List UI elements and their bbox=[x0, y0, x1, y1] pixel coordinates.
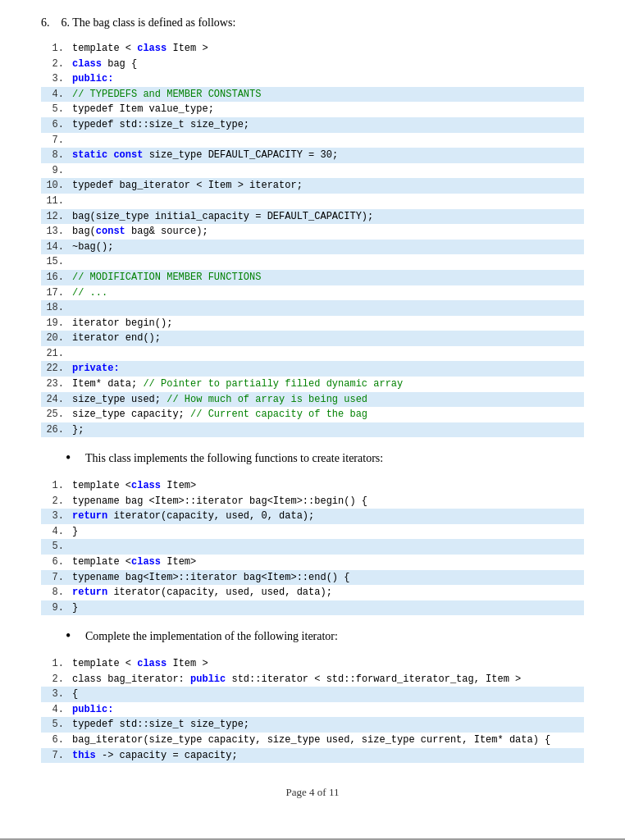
line-number: 7. bbox=[41, 570, 64, 586]
line-content: typedef std::size_t size_type; bbox=[72, 717, 584, 733]
line-number: 12. bbox=[41, 209, 64, 225]
line-content: typedef bag_iterator < Item > iterator; bbox=[72, 178, 584, 194]
line-number: 8. bbox=[41, 585, 64, 600]
code-line: 3. return iterator(capacity, used, 0, da… bbox=[41, 509, 584, 524]
code-line: 1.template < class Item > bbox=[41, 656, 584, 672]
page-container: 6. 6. The bag class is defined as follow… bbox=[0, 0, 625, 840]
code-token: size_type DEFAULT_CAPACITY = 30; bbox=[143, 149, 338, 161]
line-number: 1. bbox=[41, 41, 64, 57]
code-line: 2.class bag { bbox=[41, 57, 584, 72]
code-token: template < bbox=[72, 658, 137, 669]
code-line: 8. static const size_type DEFAULT_CAPACI… bbox=[41, 148, 584, 163]
line-content: class bag { bbox=[72, 57, 584, 72]
code-line: 7.typename bag<Item>::iterator bag<Item>… bbox=[41, 570, 584, 586]
code-line: 6.template <class Item> bbox=[41, 555, 584, 570]
code-token: class bbox=[131, 480, 161, 491]
line-content bbox=[72, 133, 584, 148]
line-number: 3. bbox=[41, 71, 64, 87]
line-number: 11. bbox=[41, 194, 64, 209]
line-content: static const size_type DEFAULT_CAPACITY … bbox=[72, 148, 584, 163]
code-token: // TYPEDEFS and MEMBER CONSTANTS bbox=[72, 89, 261, 100]
line-content: } bbox=[72, 524, 584, 540]
line-number: 16. bbox=[41, 270, 64, 285]
code-token: } bbox=[72, 526, 78, 537]
line-number: 17. bbox=[41, 285, 64, 301]
code-token: Item> bbox=[161, 556, 196, 568]
code-line: 17. // ... bbox=[41, 285, 584, 301]
line-content: size_type used; // How much of array is … bbox=[72, 392, 584, 408]
line-number: 24. bbox=[41, 392, 64, 408]
code-token: class bbox=[131, 556, 161, 568]
code-token: private: bbox=[72, 363, 120, 374]
code-token: bag_iterator(size_type capacity, size_ty… bbox=[72, 734, 550, 746]
code-token: class bag_iterator: bbox=[72, 673, 190, 685]
code-token: public bbox=[190, 673, 226, 685]
code-token: // Pointer to partially filled dynamic a… bbox=[143, 378, 403, 390]
line-content bbox=[72, 194, 584, 209]
bullet1-text: This class implements the following func… bbox=[85, 450, 383, 467]
line-content: typename bag <Item>::iterator bag<Item>:… bbox=[72, 494, 584, 509]
code-line: 9. bbox=[41, 163, 584, 179]
line-number: 6. bbox=[41, 117, 64, 133]
code-line: 4. // TYPEDEFS and MEMBER CONSTANTS bbox=[41, 87, 584, 103]
code-token: size_type capacity; bbox=[72, 409, 190, 420]
line-content: Item* data; // Pointer to partially fill… bbox=[72, 377, 584, 392]
line-content: }; bbox=[72, 422, 584, 438]
code-token: const bbox=[96, 226, 125, 237]
line-number: 5. bbox=[41, 102, 64, 117]
line-content: iterator begin(); bbox=[72, 316, 584, 331]
line-content: template <class Item> bbox=[72, 478, 584, 494]
code-token: class bbox=[137, 658, 167, 669]
line-content: typedef std::size_t size_type; bbox=[72, 117, 584, 133]
line-content bbox=[72, 163, 584, 179]
code-line: 19. iterator begin(); bbox=[41, 316, 584, 331]
code-token: return bbox=[72, 510, 107, 522]
line-number: 1. bbox=[41, 656, 64, 672]
code-token: // MODIFICATION MEMBER FUNCTIONS bbox=[72, 272, 261, 283]
line-content: return iterator(capacity, used, used, da… bbox=[72, 585, 584, 600]
code-line: 15. bbox=[41, 254, 584, 270]
code-line: 4.public: bbox=[41, 702, 584, 718]
line-number: 3. bbox=[41, 509, 64, 524]
code-token: bag( bbox=[72, 226, 96, 237]
line-number: 22. bbox=[41, 361, 64, 377]
code-line: 14. ~bag(); bbox=[41, 240, 584, 255]
section-number: 6. bbox=[41, 16, 50, 29]
line-content bbox=[72, 539, 584, 555]
line-content bbox=[72, 254, 584, 270]
code-token: typedef bag_iterator < Item > iterator; bbox=[72, 180, 303, 191]
code-token: iterator end(); bbox=[72, 332, 161, 344]
line-number: 2. bbox=[41, 494, 64, 509]
code-line: 23. Item* data; // Pointer to partially … bbox=[41, 377, 584, 392]
line-content: private: bbox=[72, 361, 584, 377]
bullet1: • This class implements the following fu… bbox=[66, 450, 584, 467]
code-token: typedef std::size_t size_type; bbox=[72, 119, 249, 130]
code-token: template < bbox=[72, 43, 137, 54]
code-token: // How much of array is being used bbox=[167, 394, 367, 405]
code-token: size_type used; bbox=[72, 394, 167, 405]
code-line: 12. bag(size_type initial_capacity = DEF… bbox=[41, 209, 584, 225]
code-token: bag { bbox=[102, 58, 137, 70]
bullet-dot-2: • bbox=[66, 628, 79, 643]
code-token: Item > bbox=[167, 658, 208, 669]
line-number: 5. bbox=[41, 717, 64, 733]
line-content: template < class Item > bbox=[72, 41, 584, 57]
code-token: public: bbox=[72, 704, 113, 715]
code-line: 9.} bbox=[41, 600, 584, 616]
line-number: 8. bbox=[41, 148, 64, 163]
line-number: 15. bbox=[41, 254, 64, 270]
code-line: 25. size_type capacity; // Current capac… bbox=[41, 407, 584, 422]
line-number: 7. bbox=[41, 133, 64, 148]
page1-section: 6. 6. The bag class is defined as follow… bbox=[0, 0, 625, 838]
code-line: 3.public: bbox=[41, 71, 584, 87]
code-token: template < bbox=[72, 556, 131, 568]
line-content: public: bbox=[72, 71, 584, 87]
code-token: return bbox=[72, 587, 107, 598]
code-line: 6. bag_iterator(size_type capacity, size… bbox=[41, 733, 584, 748]
line-number: 7. bbox=[41, 748, 64, 764]
code-token: typename bag <Item>::iterator bag<Item>:… bbox=[72, 495, 367, 507]
begin-end-code: 1.template <class Item>2.typename bag <I… bbox=[41, 478, 584, 615]
line-content: bag_iterator(size_type capacity, size_ty… bbox=[72, 733, 584, 748]
line-content: ~bag(); bbox=[72, 240, 584, 255]
line-number: 20. bbox=[41, 331, 64, 346]
